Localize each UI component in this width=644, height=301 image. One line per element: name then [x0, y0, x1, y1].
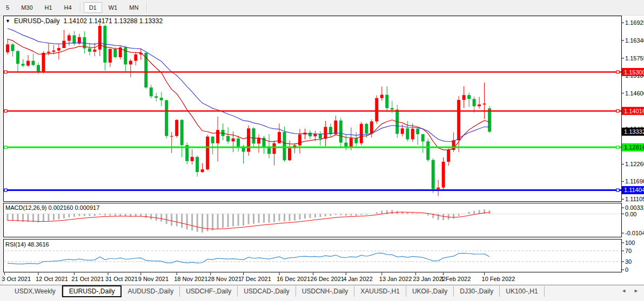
candle-body: [421, 134, 425, 141]
candle-body: [447, 150, 450, 162]
candle-body: [144, 53, 147, 87]
chart-marker-icon: ▼: [5, 19, 10, 24]
price-tick-label: 1.11690: [625, 178, 644, 184]
date-tick-label: 13 Jan 2022: [379, 276, 412, 282]
price-badge-label: 1.14016: [624, 108, 644, 114]
chart-canvas[interactable]: 1.169251.163401.157551.151851.146001.134…: [0, 0, 644, 301]
chart-background: [3, 16, 644, 284]
chart-tab-audusd-daily[interactable]: AUDUSD-,Daily: [122, 286, 180, 297]
candle-body: [416, 129, 419, 134]
tabs-scroll-right-icon[interactable]: ►: [634, 288, 639, 293]
candle-body: [329, 127, 332, 134]
chart-tab-eurusd-daily[interactable]: EURUSD-,Daily: [62, 285, 122, 297]
timeframe-button-h1[interactable]: H1: [39, 2, 58, 13]
candle-body: [232, 139, 235, 142]
chart-tab-usdchf-daily[interactable]: USDCHF-,Daily: [180, 286, 238, 297]
candle-body: [283, 132, 286, 160]
chart-tab-xauusd-h1[interactable]: XAUUSD-,H1: [354, 286, 406, 297]
date-tick-label: 10 Feb 2022: [482, 276, 515, 282]
candle-body: [57, 48, 61, 50]
rsi-axis-label: 70: [625, 248, 632, 254]
candle-body: [68, 35, 71, 40]
chart-tab-dj30-daily[interactable]: DJ30-,Daily: [454, 286, 500, 297]
candle-body: [160, 98, 163, 100]
rsi-axis-label: 0: [625, 266, 628, 273]
toolbar-separator: [80, 2, 81, 13]
candle-body: [298, 134, 301, 145]
chart-tab-ukoil-daily[interactable]: UKOil-,Daily: [406, 286, 454, 297]
candle-body: [272, 143, 276, 154]
candle-body: [467, 95, 471, 99]
candle-body: [462, 95, 466, 100]
candle-body: [155, 96, 158, 98]
candle-body: [93, 50, 96, 52]
chart-tab-usdx-weekly[interactable]: USDX,Weekly: [9, 286, 62, 297]
chart-tab-usdcad-daily[interactable]: USDCAD-,Daily: [238, 286, 296, 297]
candle-body: [26, 61, 30, 66]
date-tick-label: 31 Oct 2021: [105, 276, 138, 282]
candle-body: [365, 124, 368, 134]
timeframe-button-d1[interactable]: D1: [84, 2, 102, 13]
candle-body: [42, 53, 45, 72]
hline-handle[interactable]: [616, 189, 619, 191]
hline-handle[interactable]: [4, 189, 7, 191]
candle-body: [411, 129, 414, 140]
hline-handle[interactable]: [616, 71, 619, 73]
candle-body: [21, 64, 24, 65]
candle-body: [324, 127, 327, 139]
timeframe-button-5[interactable]: 5: [1, 2, 15, 13]
price-tick-label: 1.16925: [625, 19, 644, 26]
date-tick-label: 3 Oct 2021: [2, 276, 31, 282]
hline-handle[interactable]: [4, 146, 7, 149]
candle-body: [16, 51, 19, 64]
price-tick-label: 1.16340: [625, 37, 644, 44]
date-tick-label: 7 Dec 2021: [241, 276, 271, 282]
chart-tab-usdcnh-daily[interactable]: USDCNH-,Daily: [296, 286, 354, 297]
candle-body: [488, 108, 491, 132]
price-tick-label: 1.11105: [625, 196, 644, 202]
hline-handle[interactable]: [4, 71, 7, 73]
candle-body: [37, 65, 40, 72]
candle-body: [237, 139, 240, 147]
toolbar-separator: [146, 2, 147, 13]
candle-body: [211, 136, 214, 143]
candle-body: [385, 95, 388, 108]
candle-body: [442, 162, 445, 188]
chart-ohlc-values: 1.14102 1.14171 1.13288 1.13332: [64, 17, 163, 25]
candle-body: [150, 87, 153, 96]
hline-handle[interactable]: [616, 146, 619, 149]
macd-indicator-label: MACD(12,26,9) 0.002160 0.000917: [5, 204, 99, 211]
candle-body: [483, 104, 486, 105]
timeframe-button-m30[interactable]: M30: [16, 2, 38, 13]
candle-body: [391, 108, 394, 110]
candle-body: [478, 105, 481, 106]
candle-body: [6, 44, 9, 52]
candle-body: [473, 99, 476, 106]
chart-tab-uk100-h1[interactable]: UK100-,H1: [500, 286, 544, 297]
timeframe-toolbar: 5M30H1H4D1W1MN: [0, 0, 644, 16]
candle-body: [72, 35, 76, 43]
candle-body: [113, 49, 117, 57]
candle-body: [62, 41, 65, 48]
price-tick-label: 1.15755: [625, 55, 644, 61]
hline-handle[interactable]: [616, 110, 619, 112]
date-tick-label: 16 Dec 2021: [277, 276, 310, 282]
timeframe-button-mn[interactable]: MN: [124, 2, 144, 13]
date-tick-label: 1 Feb 2022: [441, 276, 471, 282]
price-badge-label: 1.11404: [624, 187, 644, 193]
timeframe-button-h4[interactable]: H4: [59, 2, 77, 13]
price-badge-label: 1.13332: [624, 128, 644, 135]
candle-body: [52, 51, 55, 52]
macd-axis-label: 0.003331: [625, 204, 644, 211]
hline-handle[interactable]: [4, 110, 7, 112]
candle-body: [319, 134, 322, 139]
timeframe-button-w1[interactable]: W1: [103, 2, 123, 13]
candle-body: [191, 157, 194, 161]
candle-body: [375, 98, 378, 121]
tabs-scroll-left-icon[interactable]: ◄: [621, 288, 626, 293]
candle-body: [247, 128, 250, 152]
candle-body: [226, 136, 230, 141]
macd-axis-label: 0.00: [625, 211, 636, 217]
candle-body: [457, 100, 460, 140]
candle-body: [201, 169, 204, 172]
